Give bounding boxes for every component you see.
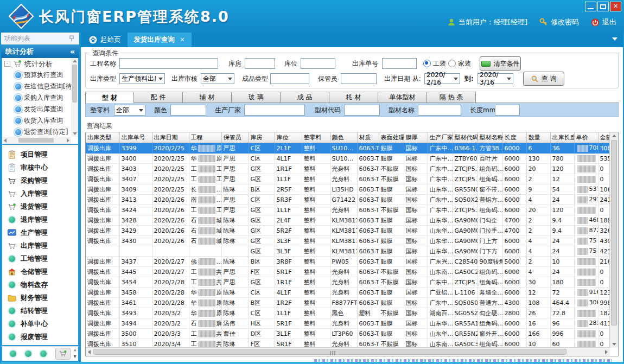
table-cell[interactable]: 组角码... [477,174,502,184]
table-cell[interactable]: 整料 [302,226,330,236]
table-cell[interactable]: 广东兴... [428,257,453,267]
length-input[interactable] [495,105,520,116]
table-cell[interactable]: 106 [598,184,610,195]
material-tab-7[interactable]: 隔 热 条 [427,92,476,103]
table-cell[interactable]: 2020/2/28 [152,288,189,298]
table-cell[interactable]: 423 [598,246,610,257]
table-cell[interactable]: 广东中... [428,164,453,174]
column-header-4[interactable]: 保管员 [221,132,249,143]
table-cell[interactable]: 75 [574,236,598,246]
table-cell[interactable]: 湖南百... [428,308,453,318]
table-cell[interactable]: 陈琳 [221,339,249,348]
table-cell[interactable]: B区 [249,298,275,308]
table-cell[interactable]: 0 [598,267,610,277]
table-cell[interactable]: 2R5F [275,184,302,195]
table-cell[interactable]: 组角码... [477,277,502,288]
table-cell[interactable]: 广东中... [428,277,453,288]
table-cell[interactable]: 光身料 [330,174,357,184]
table-cell[interactable]: 308 [598,143,610,154]
table-cell[interactable]: 整料 [302,184,330,195]
table-cell[interactable]: 贴膜 [379,257,404,267]
table-cell[interactable] [574,277,598,288]
tab-close-icon[interactable]: ✕ [180,36,185,43]
minimize-button[interactable] [585,2,596,11]
table-row[interactable]: 调拨出库34132020/2/26南...严思C区5R3F整料G71422606… [86,195,610,205]
tab-home[interactable]: 起始页 [82,33,128,47]
table-cell[interactable]: 4 [526,267,550,277]
table-cell[interactable]: 国标 [404,277,428,288]
table-cell[interactable]: 6000 [502,154,526,164]
scroll-down-icon[interactable] [73,132,77,135]
table-cell[interactable]: 严思 [221,267,249,277]
table-cell[interactable]: 华原... [189,288,221,298]
table-row[interactable]: 调拨出库34072020/2/25工工程严思G区1L1F整料光身料6063-T5… [86,174,610,184]
table-cell[interactable]: 4 [526,246,550,257]
table-cell[interactable]: SG055Z [453,308,477,318]
green-dot-icon[interactable] [10,350,16,357]
table-cell[interactable]: 整料 [302,267,330,277]
table-cell[interactable]: 陈琳 [221,215,249,226]
table-cell[interactable]: 3429 [119,226,152,236]
table-cell[interactable]: 严思 [221,164,249,174]
table-cell[interactable]: 12 [550,174,574,184]
table-cell[interactable]: 241 [598,195,610,205]
date-to-select[interactable]: 2020/ 3/16 [477,73,513,84]
table-cell[interactable] [221,246,249,257]
more-chevron-icon[interactable]: »▾ [73,347,77,359]
material-tab-1[interactable]: 配 件 [134,92,183,103]
table-cell[interactable]: 广东中... [428,174,453,184]
table-cell[interactable]: 山东南... [428,267,453,277]
table-cell[interactable]: 12 [526,288,550,298]
table-cell[interactable]: ZTCJP5... [453,205,477,215]
table-cell[interactable]: 严思 [221,174,249,184]
table-cell[interactable]: 整料 [302,298,330,308]
table-cell[interactable]: 陈琳 [221,257,249,267]
table-cell[interactable]: 国标 [404,205,428,215]
location-input[interactable] [301,58,335,69]
table-cell[interactable]: 2020/2/26 [152,226,189,236]
table-cell[interactable]: 不贴膜 [379,277,404,288]
table-cell[interactable]: 国标 [404,226,428,236]
table-cell[interactable]: 方管38... [477,143,502,154]
table-cell[interactable]: 国标 [404,164,428,174]
table-cell[interactable]: 山东华... [428,318,453,329]
table-cell[interactable] [574,339,598,348]
table-cell[interactable]: 工工程 [189,164,221,174]
table-cell[interactable]: 6063-T5 [357,257,379,267]
table-cell[interactable]: 2020/2/26 [152,205,189,215]
table-cell[interactable]: 0 [598,205,610,215]
table-cell[interactable]: 5R1F [275,318,302,329]
table-cell[interactable]: 国标 [404,339,428,348]
table-cell[interactable]: 2020/2/28 [152,277,189,288]
scroll-down-icon[interactable] [612,343,616,346]
material-tab-3[interactable]: 玻 璃 [232,92,281,103]
menu-item-6[interactable]: 生产管理 [2,226,78,239]
table-cell[interactable]: GR55N26 [453,329,477,339]
table-cell[interactable]: 广亚铝... [428,288,453,298]
table-cell[interactable]: 2020/2/25 [152,174,189,184]
table-cell[interactable]: 3445 [119,267,152,277]
table-row[interactable]: 调拨出库34032020/2/25工工程严思G区1R1F整料光身料6063-T5… [86,164,610,174]
table-cell[interactable]: 贴膜 [379,154,404,164]
table-cell[interactable]: 4 [526,195,550,205]
table-cell[interactable]: 9 [526,184,550,195]
table-cell[interactable]: 3400 [119,154,152,164]
column-header-12[interactable]: 生产厂家 [428,132,453,143]
tree-horizontal-scrollbar[interactable] [2,137,71,144]
table-cell[interactable]: 1R1F [275,277,302,288]
material-tab-2[interactable]: 辅 材 [183,92,232,103]
table-cell[interactable]: GR55N02 [453,184,477,195]
table-cell[interactable]: 国标 [404,184,428,195]
scroll-left-icon[interactable] [88,350,91,354]
table-cell[interactable]: 国标 [404,246,428,257]
table-cell[interactable]: 石城 [189,226,221,236]
table-cell[interactable]: 广东中... [428,195,453,205]
table-row[interactable]: 调拨出库34942020/3/2石辉城汤伟H区5R1F整料光身料6063-T5贴… [86,318,610,329]
table-cell[interactable]: 贴膜 [379,195,404,205]
table-cell[interactable]: 光身料 [330,164,357,174]
table-cell[interactable]: 5R1F [275,267,302,277]
order-no-input[interactable] [382,58,417,69]
tab-shipment-outbound-query[interactable]: 发货出库查询 ✕ [128,33,192,47]
table-cell[interactable]: 调拨出库 [86,164,119,174]
table-cell[interactable]: 调拨出库 [86,226,119,236]
